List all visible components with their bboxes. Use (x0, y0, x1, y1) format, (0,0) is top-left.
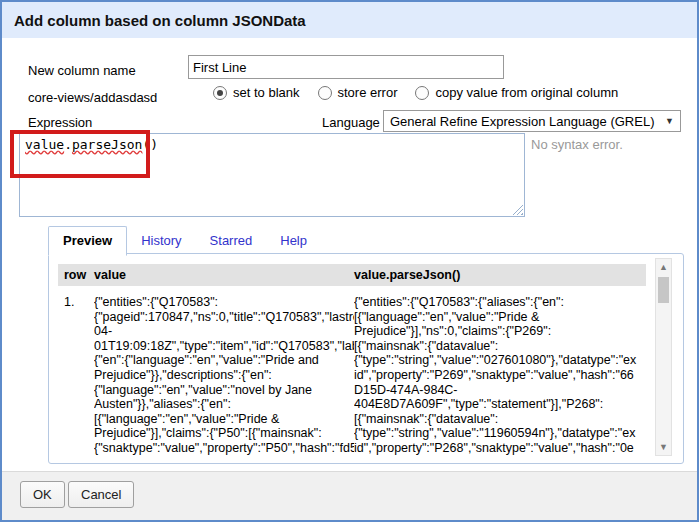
expression-input[interactable]: value.parseJson() (19, 133, 525, 217)
radio-store-error[interactable] (318, 86, 332, 100)
expression-word-parsejson: parseJson (72, 137, 142, 152)
row-parsed-cell: {"entities":{"Q170583":{"aliases":{"en":… (354, 295, 646, 456)
col-header-parsed: value.parseJson() (354, 268, 646, 282)
new-column-name-input[interactable] (188, 55, 504, 79)
expression-label: Expression (28, 115, 92, 130)
radio-set-to-blank[interactable] (213, 86, 227, 100)
add-column-dialog: Add column based on column JSONData New … (0, 0, 699, 522)
language-label: Language (322, 115, 380, 130)
cancel-button[interactable]: Cancel (68, 481, 134, 508)
expression-parens: () (142, 137, 158, 152)
table-row: 1. {"entities":{"Q170583": {"pageid":170… (58, 295, 646, 456)
col-header-value: value (94, 268, 354, 282)
row-value-cell: {"entities":{"Q170583": {"pageid":170847… (94, 295, 354, 456)
tab-help[interactable]: Help (266, 227, 321, 255)
radio-copy-value[interactable] (415, 86, 429, 100)
language-select-value: General Refine Expression Language (GREL… (390, 114, 654, 129)
scrollbar-thumb[interactable] (658, 277, 669, 303)
tab-history[interactable]: History (127, 227, 195, 255)
on-error-label: core-views/addasdasd (28, 90, 157, 105)
preview-panel: row value value.parseJson() 1. {"entitie… (48, 253, 684, 464)
dialog-titlebar[interactable]: Add column based on column JSONData (2, 2, 697, 38)
scroll-up-icon[interactable]: ▲ (656, 260, 671, 274)
textarea-resize-handle[interactable] (512, 204, 523, 215)
radio-copy-value-label: copy value from original column (435, 85, 618, 100)
dialog-title: Add column based on column JSONData (14, 12, 306, 29)
language-select[interactable]: General Refine Expression Language (GREL… (383, 110, 681, 132)
radio-store-error-label: store error (338, 85, 398, 100)
preview-table-header: row value value.parseJson() (58, 264, 646, 286)
new-column-name-label: New column name (28, 63, 136, 78)
dialog-footer: OK Cancel (2, 471, 697, 520)
preview-tab-bar: Preview History Starred Help (48, 226, 321, 255)
tab-preview[interactable]: Preview (48, 226, 127, 256)
ok-button[interactable]: OK (20, 481, 65, 508)
col-header-row: row (58, 268, 94, 282)
on-error-radio-group: set to blank store error copy value from… (213, 85, 630, 100)
row-number-cell: 1. (58, 295, 94, 310)
expression-dot: . (64, 137, 72, 152)
preview-table: row value value.parseJson() 1. {"entitie… (58, 264, 646, 456)
tab-starred[interactable]: Starred (196, 227, 267, 255)
dropdown-arrow-icon: ▼ (665, 116, 674, 126)
syntax-status-text: No syntax error. (531, 137, 623, 152)
expression-word-value: value (25, 137, 64, 152)
scroll-down-icon[interactable]: ▼ (656, 440, 671, 454)
radio-set-to-blank-label: set to blank (233, 85, 300, 100)
vertical-scrollbar[interactable]: ▲ ▼ (655, 258, 672, 456)
